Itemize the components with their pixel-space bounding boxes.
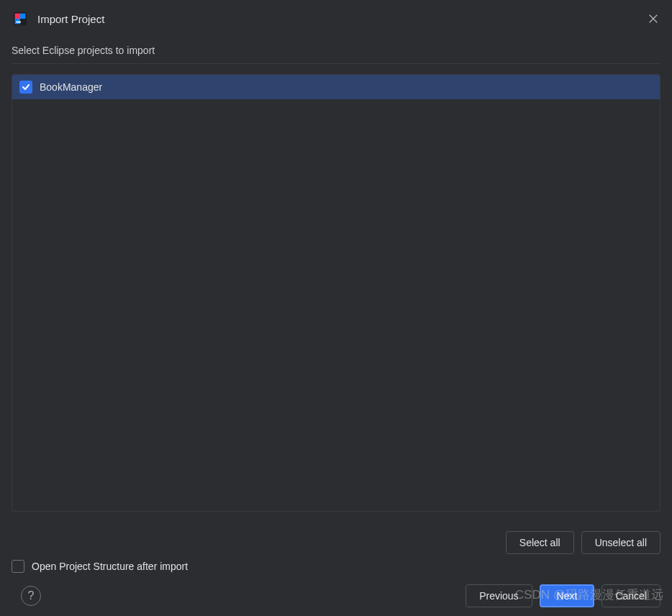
- svg-rect-1: [17, 22, 21, 23]
- bottom-row: ? Previous Next Cancel: [0, 584, 672, 616]
- help-button[interactable]: ?: [21, 586, 41, 606]
- select-all-button[interactable]: Select all: [506, 531, 574, 554]
- project-list[interactable]: BookManager: [12, 74, 660, 512]
- previous-button[interactable]: Previous: [466, 584, 532, 607]
- navigation-buttons: Previous Next Cancel: [466, 584, 660, 607]
- dialog-title: Import Project: [37, 13, 637, 25]
- footer-row: Open Project Structure after import: [0, 554, 672, 584]
- cancel-button[interactable]: Cancel: [601, 584, 660, 607]
- open-structure-option[interactable]: Open Project Structure after import: [12, 560, 660, 573]
- unselect-all-button[interactable]: Unselect all: [581, 531, 660, 554]
- intellij-icon: [12, 10, 29, 27]
- help-icon: ?: [28, 589, 35, 602]
- import-project-dialog: Import Project Select Eclipse projects t…: [0, 0, 672, 616]
- selection-buttons: Select all Unselect all: [0, 520, 672, 554]
- next-button[interactable]: Next: [540, 584, 595, 607]
- close-icon: [648, 14, 658, 24]
- open-structure-label: Open Project Structure after import: [32, 561, 188, 572]
- close-button[interactable]: [646, 12, 660, 26]
- checkmark-icon: [22, 83, 30, 91]
- project-item[interactable]: BookManager: [12, 75, 660, 99]
- dialog-content: Select Eclipse projects to import BookMa…: [0, 37, 672, 520]
- project-checkbox[interactable]: [19, 81, 32, 94]
- open-structure-checkbox[interactable]: [12, 560, 24, 573]
- project-name-label: BookManager: [40, 81, 102, 93]
- instruction-text: Select Eclipse projects to import: [12, 45, 660, 64]
- dialog-header: Import Project: [0, 0, 672, 37]
